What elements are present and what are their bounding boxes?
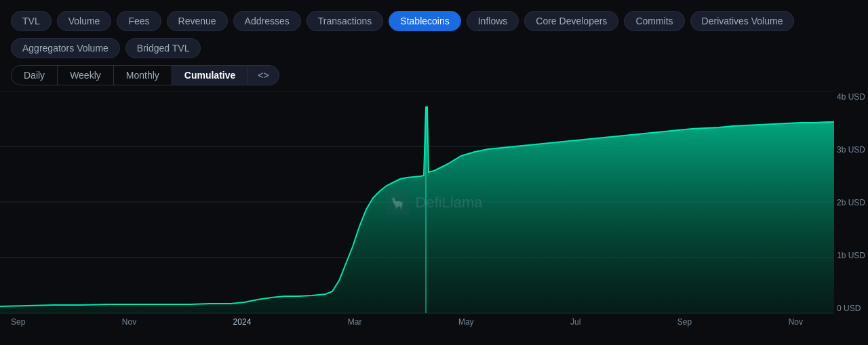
tab-stablecoins[interactable]: Stablecoins xyxy=(389,11,460,31)
tab-inflows[interactable]: Inflows xyxy=(467,11,519,31)
watermark-label: DefiLlama xyxy=(415,194,482,211)
x-label-nov2024: Nov xyxy=(789,317,803,327)
tab-commits[interactable]: Commits xyxy=(624,11,684,31)
chart-area: 🦙 DefiLlama 4b USD 3b USD 2b USD 1b USD … xyxy=(0,91,868,314)
y-label-4b: 4b USD xyxy=(837,92,865,102)
tab-derivatives-volume[interactable]: Derivatives Volume xyxy=(690,11,795,31)
timeframe-weekly[interactable]: Weekly xyxy=(57,65,113,85)
x-label-2024: 2024 xyxy=(233,317,252,327)
y-axis-labels: 4b USD 3b USD 2b USD 1b USD 0 USD xyxy=(837,91,865,314)
tab-transactions[interactable]: Transactions xyxy=(307,11,384,31)
x-label-sep2024: Sep xyxy=(677,317,692,327)
tab-tvl[interactable]: TVL xyxy=(11,11,52,31)
tab-bridged-tvl[interactable]: Bridged TVL xyxy=(125,38,201,58)
y-label-3b: 3b USD xyxy=(837,145,865,155)
defi-llama-icon: 🦙 xyxy=(385,190,410,215)
timeframe-daily[interactable]: Daily xyxy=(11,65,57,85)
x-axis-labels: Sep Nov 2024 Mar May Jul Sep Nov xyxy=(0,314,841,327)
tab-row-primary: TVLVolumeFeesRevenueAddressesTransaction… xyxy=(11,11,857,31)
watermark: 🦙 DefiLlama xyxy=(385,190,482,215)
timeframe-cumulative[interactable]: Cumulative xyxy=(172,65,248,85)
timeframe-monthly[interactable]: Monthly xyxy=(113,65,172,85)
tab-revenue[interactable]: Revenue xyxy=(167,11,228,31)
tab-addresses[interactable]: Addresses xyxy=(233,11,301,31)
x-label-nov2023: Nov xyxy=(122,317,136,327)
code-embed-button[interactable]: <> xyxy=(248,65,279,85)
y-label-1b: 1b USD xyxy=(837,251,865,260)
tab-aggregators-volume[interactable]: Aggregators Volume xyxy=(11,38,120,58)
x-label-mar: Mar xyxy=(348,317,362,327)
tab-fees[interactable]: Fees xyxy=(117,11,161,31)
tab-row-secondary: Aggregators VolumeBridged TVL xyxy=(11,38,857,58)
y-label-0: 0 USD xyxy=(837,304,865,313)
tab-volume[interactable]: Volume xyxy=(57,11,112,31)
x-label-may: May xyxy=(458,317,474,327)
timeframe-row: DailyWeeklyMonthlyCumulative<> xyxy=(11,65,857,85)
tab-core-developers[interactable]: Core Developers xyxy=(524,11,618,31)
svg-text:🦙: 🦙 xyxy=(390,196,406,211)
x-label-sep2023: Sep xyxy=(11,317,25,327)
y-label-2b: 2b USD xyxy=(837,198,865,207)
x-label-jul: Jul xyxy=(570,317,580,327)
